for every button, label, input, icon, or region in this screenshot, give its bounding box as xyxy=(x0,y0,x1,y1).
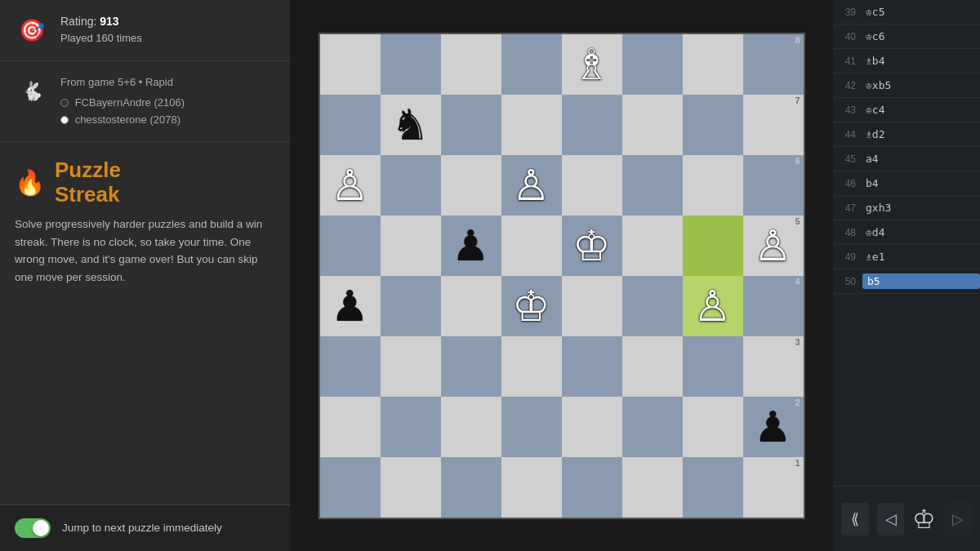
cell-4-7[interactable]: 4 xyxy=(743,276,804,336)
player1-rating: 2106 xyxy=(158,96,181,109)
move-row[interactable]: 46b4 xyxy=(833,171,980,196)
move-number: 50 xyxy=(833,276,862,287)
cell-2-6[interactable] xyxy=(683,155,743,216)
move-number: 40 xyxy=(833,31,862,42)
cell-2-7[interactable]: 6 xyxy=(743,155,804,216)
cell-2-0[interactable]: ♙ xyxy=(320,155,381,216)
rating-value: 913 xyxy=(100,15,118,28)
cell-7-0[interactable] xyxy=(320,457,381,518)
move-number: 43 xyxy=(833,104,862,116)
move-row[interactable]: 45a4 xyxy=(833,147,980,171)
move-row[interactable]: 43♔c4 xyxy=(833,98,980,122)
cell-5-2[interactable] xyxy=(441,336,501,397)
cell-5-7[interactable]: 3 xyxy=(743,336,804,397)
player1-row: FCBayernAndre (2106) xyxy=(60,95,185,112)
move-row[interactable]: 39♔c5 xyxy=(833,0,980,24)
prev-prev-button[interactable]: ⟪ xyxy=(841,503,869,535)
cell-5-5[interactable] xyxy=(622,336,683,397)
cell-1-6[interactable] xyxy=(683,95,743,155)
cell-3-5[interactable] xyxy=(622,216,683,276)
cell-0-5[interactable] xyxy=(622,34,683,95)
prev-button[interactable]: ◁ xyxy=(877,503,905,535)
move-row[interactable]: 42♔xb5 xyxy=(833,73,980,98)
cell-0-1[interactable] xyxy=(381,34,441,95)
right-panel: 39♔c540♔c641♗b442♔xb543♔c444♗d245a446b44… xyxy=(833,0,980,551)
move-row[interactable]: 48♔d4 xyxy=(833,220,980,245)
cell-0-0[interactable] xyxy=(320,34,381,95)
move-row[interactable]: 44♗d2 xyxy=(833,122,980,147)
cell-3-4[interactable]: ♔ xyxy=(562,216,622,276)
cell-1-0[interactable] xyxy=(320,95,381,155)
cell-3-2[interactable]: ♟ xyxy=(441,216,501,276)
cell-5-6[interactable] xyxy=(683,336,743,397)
cell-0-4[interactable]: ♗ xyxy=(562,34,622,95)
rating-line: Rating: 913 xyxy=(60,13,142,30)
cell-0-7[interactable]: 8 xyxy=(743,34,804,95)
cell-6-1[interactable] xyxy=(381,397,441,457)
cell-7-2[interactable] xyxy=(441,457,501,518)
rank-label-1: 1 xyxy=(795,459,800,468)
cell-4-3[interactable]: ♔ xyxy=(501,276,562,336)
cell-1-4[interactable] xyxy=(562,95,622,155)
move-notation: ♔c5 xyxy=(862,6,980,18)
cell-7-7[interactable]: 1 xyxy=(743,457,804,518)
player2-name: chesstosterone xyxy=(75,113,147,126)
cell-6-0[interactable] xyxy=(320,397,381,457)
move-row[interactable]: 50b5 xyxy=(833,269,980,294)
cell-4-0[interactable]: ♟ xyxy=(320,276,381,336)
cell-1-1[interactable]: ♞ xyxy=(381,95,441,155)
cell-3-3[interactable] xyxy=(501,216,562,276)
cell-1-3[interactable] xyxy=(501,95,562,155)
cell-3-0[interactable] xyxy=(320,216,381,276)
move-row[interactable]: 40♔c6 xyxy=(833,24,980,49)
cell-6-5[interactable] xyxy=(622,397,683,457)
king-icon: ♔ xyxy=(912,504,936,535)
cell-7-5[interactable] xyxy=(622,457,683,518)
cell-6-7[interactable]: 2♟ xyxy=(743,397,804,457)
cell-6-2[interactable] xyxy=(441,397,501,457)
cell-2-2[interactable] xyxy=(441,155,501,216)
move-row[interactable]: 49♗e1 xyxy=(833,245,980,269)
cell-2-1[interactable] xyxy=(381,155,441,216)
cell-2-4[interactable] xyxy=(562,155,622,216)
cell-7-3[interactable] xyxy=(501,457,562,518)
cell-7-1[interactable] xyxy=(381,457,441,518)
cell-6-3[interactable] xyxy=(501,397,562,457)
streak-card: 🔥 PuzzleStreak Solve progressively harde… xyxy=(0,142,290,504)
cell-6-6[interactable] xyxy=(683,397,743,457)
toggle-thumb xyxy=(33,520,49,536)
cell-0-3[interactable] xyxy=(501,34,562,95)
streak-description: Solve progressively harder puzzles and b… xyxy=(15,216,275,286)
cell-4-1[interactable] xyxy=(381,276,441,336)
cell-5-1[interactable] xyxy=(381,336,441,397)
cell-2-3[interactable]: ♙ xyxy=(501,155,562,216)
cell-0-6[interactable] xyxy=(683,34,743,95)
cell-3-6[interactable] xyxy=(683,216,743,276)
cell-5-4[interactable] xyxy=(562,336,622,397)
move-row[interactable]: 41♗b4 xyxy=(833,49,980,73)
cell-1-2[interactable] xyxy=(441,95,501,155)
cell-1-5[interactable] xyxy=(622,95,683,155)
move-number: 49 xyxy=(833,251,862,263)
cell-4-6[interactable]: ♙ xyxy=(683,276,743,336)
jump-toggle[interactable] xyxy=(15,518,51,538)
cell-4-5[interactable] xyxy=(622,276,683,336)
cell-7-6[interactable] xyxy=(683,457,743,518)
toggle-card[interactable]: Jump to next puzzle immediately xyxy=(0,504,290,551)
cell-5-0[interactable] xyxy=(320,336,381,397)
cell-7-4[interactable] xyxy=(562,457,622,518)
move-notation: ♔c6 xyxy=(862,30,980,42)
cell-6-4[interactable] xyxy=(562,397,622,457)
next-button[interactable]: ▷ xyxy=(944,503,972,535)
cell-4-4[interactable] xyxy=(562,276,622,336)
cell-0-2[interactable] xyxy=(441,34,501,95)
cell-5-3[interactable] xyxy=(501,336,562,397)
cell-3-7[interactable]: 5♙ xyxy=(743,216,804,276)
rating-card: 🎯 Rating: 913 Played 160 times xyxy=(0,0,290,61)
cell-1-7[interactable]: 7 xyxy=(743,95,804,155)
cell-2-5[interactable] xyxy=(622,155,683,216)
piece-wP-2-0: ♙ xyxy=(331,164,369,207)
move-row[interactable]: 47gxh3 xyxy=(833,196,980,220)
cell-3-1[interactable] xyxy=(381,216,441,276)
cell-4-2[interactable] xyxy=(441,276,501,336)
